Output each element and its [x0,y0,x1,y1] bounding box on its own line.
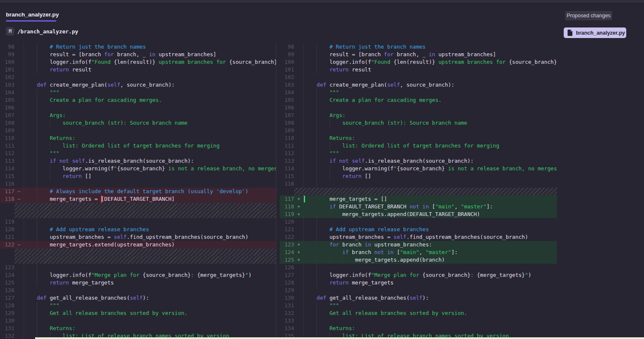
diff-marker [14,89,24,96]
code-token: merge_targets.append(branch) [304,257,445,263]
code-token: return [330,279,349,286]
diff-marker [294,96,303,104]
code-line: if not self.is_release_branch(source_bra… [24,157,276,165]
code-token: get_all_release_branches( [326,295,409,301]
code-token: " [393,165,397,172]
code-token: list: Ordered list of target branches fo… [63,142,220,149]
code-token: merge_targets [69,279,114,286]
diff-marker [14,279,24,287]
code-token: source_branch (str): Source branch name [63,120,188,126]
code-token: ]: [451,249,458,255]
code-token: source_branch (str): Source branch name [342,120,467,126]
line-number: 122 [280,233,294,241]
code-line: Get all release branches sorted by versi… [303,309,557,317]
line-number: 106 [280,104,294,112]
code-token: , source_branch): [120,82,175,88]
code-token: ]: [486,203,493,210]
code-token: Returns: [50,135,76,141]
proposed-changes-button[interactable]: Proposed changes [565,11,612,20]
code-line: Returns: [24,325,276,332]
indent-guide [317,58,317,66]
indent-guide [330,172,330,180]
diff-marker [294,271,303,279]
line-number: 128 [0,302,14,309]
code-token: self [387,82,400,88]
code-token: [] [362,173,371,179]
code-line: def get_all_release_branches(self): [24,294,276,302]
code-token: .find_upstream_branches(source_branch) [407,234,528,240]
line-number: 105 [0,96,14,104]
code-token: DEFAULT_TARGET_BRANCH [336,203,409,210]
indent-guide [317,233,317,241]
indent-guide [37,233,37,241]
code-line [303,264,557,271]
gutter [0,249,14,256]
diff-marker: + [294,203,303,211]
diff-marker: − [14,241,24,249]
line-number: 106 [0,104,14,112]
line-number: 111 [280,142,294,150]
code-row: 116 [280,180,557,188]
code-token: not [409,203,419,210]
code-line: Args: [303,112,557,119]
filler-row [0,203,276,211]
code-token: branch [339,241,365,248]
code-token: """ [330,302,339,309]
diff-marker [14,104,24,112]
diff-pane-old: 98 # Return just the branch names99 resu… [0,43,276,339]
line-number: 105 [280,96,294,104]
line-number: 104 [0,89,14,96]
line-number: 112 [280,150,294,157]
code-row: 102 [0,74,276,81]
file-chip[interactable]: branch_analyzer.py [564,27,626,38]
gutter [0,203,14,211]
indent-guide [317,249,317,256]
line-number: 101 [0,66,14,74]
code-token: # Add upstream release branches [50,226,149,232]
line-number: 116 [0,180,14,188]
line-number: 108 [280,119,294,127]
indent-guide [37,325,37,332]
line-number: 110 [0,134,14,142]
code-row: 125 return merge_targets [0,279,276,287]
code-token: # Always include the default target bran… [50,188,248,194]
diff-marker [294,112,303,119]
indent-guide [317,96,317,104]
indent-guide [330,211,330,218]
code-row: 110 Returns: [280,134,557,142]
code-token: {source_branch} [397,165,445,172]
line-number: 109 [0,127,14,134]
code-token: {source_branch} [509,59,557,65]
indent-guide [317,203,317,211]
code-row: 122− merge_targets.extend(upstream_branc… [0,241,276,249]
code-token: # Return just the branch names [50,44,146,50]
gutter [0,211,14,218]
code-token: """ [50,89,60,96]
diff-marker [14,180,24,188]
code-token: in [365,241,371,248]
diff-marker [294,294,303,302]
line-number: 126 [280,264,294,271]
file-tab[interactable]: branch_analyzer.py [6,11,59,18]
code-token: merge_targets.append(DEFAULT_TARGET_BRAN… [304,211,480,217]
indent-guide [37,279,37,287]
code-token [304,173,342,179]
intraline-change-mark [304,196,305,202]
diff-marker [14,317,24,325]
filler-hatch [14,256,276,264]
line-number: 99 [280,51,294,58]
line-number: 118 [280,203,294,211]
indent-guide [37,188,37,195]
diff-marker [14,302,24,309]
line-number: 130 [0,317,14,325]
code-row: 129 [280,287,557,294]
indent-guide [37,180,37,188]
line-number: 116 [280,180,294,188]
line-number: 134 [280,325,294,332]
diff-marker [14,66,24,74]
line-number: 100 [0,58,14,66]
diff-marker [294,317,303,325]
diff-marker [14,119,24,127]
code-token: , source_branch): [400,82,455,88]
code-token: {merge_targets} [197,272,245,278]
